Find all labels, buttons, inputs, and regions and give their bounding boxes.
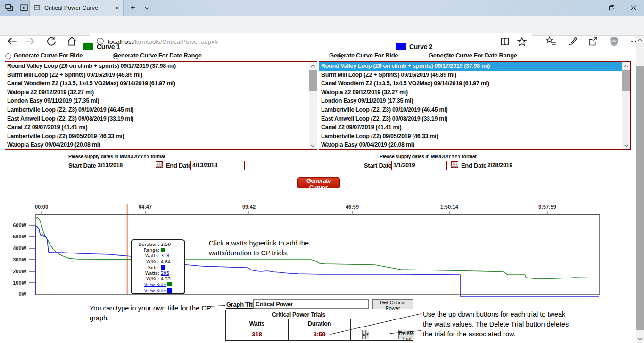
watts-up-button[interactable]: ▲ [362, 330, 365, 339]
annotation-graph-title: You can type in your own title for the C… [90, 303, 211, 323]
curve1-radio-ride-label[interactable]: Generate Curve For Ride [14, 52, 83, 59]
curve2-date-format-note: Please supply dates in MM/DD/YYYY format [380, 154, 476, 159]
ride-option[interactable]: Watopia Z2 09/12/2019 (32.27 mi) [319, 88, 622, 97]
svg-text:UO: UO [611, 39, 617, 42]
adblock-extension-icon[interactable]: UO [609, 36, 619, 47]
new-tab-button[interactable]: + [127, 2, 139, 13]
tab-title: Critical Power Curve [44, 5, 112, 11]
ride-option[interactable]: Burnt Mill Loop (Z2 + Sprints) 09/15/201… [319, 71, 622, 80]
ride-option[interactable]: Canal Z2 09/07/2019 (41.41 mi) [5, 123, 309, 132]
scroll-down-icon[interactable] [622, 141, 630, 149]
navigation-bar: localhost/komtools/CriticalPower.aspx# U… [0, 16, 644, 36]
curve2-line [36, 226, 599, 296]
home-icon[interactable] [66, 36, 77, 47]
back-icon[interactable] [7, 36, 17, 47]
critical-power-chart: 00:0004:4709:4246:591:50:143:57:59600W50… [0, 200, 644, 299]
ride-option[interactable]: Lambertville Loop (Z2) 09/05/2019 (46.33… [5, 132, 309, 141]
curve1-radio-ride[interactable] [5, 53, 11, 59]
tab-favicon [33, 4, 41, 11]
curve1-start-date-input[interactable] [96, 161, 151, 170]
y-axis-tick-label: 200W [13, 269, 26, 274]
x-axis-tick-label: 00:00 [35, 204, 48, 210]
y-axis-tick-label: 300W [13, 257, 26, 262]
active-tab[interactable]: Critical Power Curve × [29, 0, 124, 16]
scrollbar-thumb[interactable] [622, 70, 630, 91]
add-favorite-star-icon[interactable] [517, 36, 527, 47]
curve1-calendar-icon[interactable] [156, 161, 163, 168]
curve2-calendar-icon[interactable] [451, 161, 458, 168]
ride-option[interactable]: Round Valley Loop (Z6 on climb + sprints… [5, 62, 309, 71]
ride-option[interactable]: Canal Woodfern Z2 (1x3.5, 1x4.5 VO2Max) … [5, 79, 309, 88]
tooltip-range-label: Range: [133, 247, 159, 253]
curve1-ride-listbox[interactable]: Round Valley Loop (Z6 on climb + sprints… [5, 61, 317, 150]
curve1-end-date-label: End Date: [166, 162, 193, 169]
ride-option[interactable]: Canal Z2 09/07/2019 (41.41 mi) [319, 123, 622, 132]
close-window-button[interactable] [622, 0, 644, 16]
curve1-line [36, 217, 595, 279]
annotation-trial-buttons: Use the up down buttons for each trial t… [423, 310, 569, 339]
curve2-radio-ride-label[interactable]: Generate Curve For Ride [329, 52, 398, 59]
ride-option[interactable]: East Amwell Loop (Z2, Z3) 09/08/2019 (33… [319, 114, 622, 123]
ride-option[interactable]: London Easy 09/11/2019 (17.35 mi) [5, 97, 309, 106]
scroll-down-icon[interactable] [309, 141, 317, 149]
curve1-color-swatch [167, 282, 172, 286]
watts-318-link[interactable]: 318 [161, 253, 169, 259]
critical-power-trials-table: Critical Power Trials Watts Duration 318… [225, 310, 413, 341]
scroll-up-icon[interactable] [622, 62, 630, 70]
curve2-color-swatch [167, 288, 172, 293]
curve1-end-date-input[interactable] [190, 161, 245, 170]
scroll-up-icon[interactable] [636, 36, 644, 44]
view-ride-curve2-link[interactable]: View Ride [144, 288, 166, 294]
minimize-button[interactable] [578, 0, 600, 16]
ride-option[interactable]: Lambertville Loop (Z2, Z3) 09/10/2019 (4… [319, 106, 622, 114]
tab-preview-icon[interactable] [4, 3, 14, 13]
curve2-start-date-input[interactable] [391, 161, 447, 170]
scrollbar-thumb[interactable] [309, 70, 317, 91]
restore-button[interactable] [601, 0, 622, 16]
ride-option[interactable]: London Easy 09/11/2019 (17.35 mi) [319, 97, 622, 106]
ride-option[interactable]: Watopia Easy 09/04/2019 (20.08 mi) [5, 140, 309, 149]
curve2-end-date-label: End Date: [461, 162, 488, 169]
y-axis-tick-label: 100W [13, 280, 26, 286]
scroll-down-icon[interactable] [636, 335, 644, 343]
refresh-icon[interactable] [46, 36, 57, 47]
scroll-up-icon[interactable] [309, 62, 317, 70]
ride-option[interactable]: Burnt Mill Loop (Z2 + Sprints) 09/15/201… [5, 71, 309, 80]
curve2-color-swatch [161, 265, 165, 270]
ride-option[interactable]: Watopia Easy 09/04/2019 (20.08 mi) [319, 140, 622, 149]
curve2-ride-listbox[interactable]: Round Valley Loop (Z6 on climb + sprints… [319, 61, 631, 150]
get-critical-power-button[interactable]: Get Critical Power [372, 299, 413, 309]
y-axis-tick-label: 500W [13, 234, 26, 239]
ride-option[interactable]: Watopia Z2 09/12/2019 (32.27 mi) [5, 88, 309, 97]
curve1-listbox-scrollbar[interactable] [309, 62, 317, 149]
curve1-color-swatch [161, 248, 165, 252]
favorites-hub-icon[interactable] [546, 36, 557, 47]
ride-option[interactable]: East Amwell Loop (Z2, Z3) 09/08/2019 (33… [5, 114, 309, 123]
curve2-listbox-scrollbar[interactable] [622, 62, 630, 149]
ride-option[interactable]: Canal Woodfern Z2 (1x3.5, 1x4.5 VO2Max) … [319, 79, 622, 88]
curve2-radio-daterange-label[interactable]: Generate Curve For Date Range [429, 52, 517, 59]
ride-option[interactable]: Lambertville Loop (Z2) 09/05/2019 (46.33… [319, 132, 622, 141]
graph-title-input[interactable] [253, 299, 369, 309]
curve2-end-date-input[interactable] [486, 161, 539, 170]
ride-option[interactable]: Lambertville Loop (Z2, Z3) 09/10/2019 (4… [5, 106, 309, 114]
tooltip-watts-label: Watts: [133, 253, 159, 259]
annotation-connector-line [186, 253, 208, 253]
curve1-start-date-label: Start Date: [68, 162, 98, 169]
reading-view-icon[interactable] [500, 36, 510, 47]
address-bar[interactable]: localhost/komtools/CriticalPower.aspx# [90, 33, 532, 49]
set-tabs-aside-icon[interactable] [19, 3, 29, 13]
ride-option[interactable]: Round Valley Loop (Z6 on climb + sprints… [319, 62, 622, 71]
curve1-radio-daterange-label[interactable]: Generate Curve For Date Range [113, 52, 202, 59]
tab-list-chevron-icon[interactable] [142, 3, 152, 13]
watts-down-button[interactable]: ▼ [366, 330, 369, 339]
view-ride-curve1-link[interactable]: View Ride [144, 282, 166, 287]
forward-icon[interactable] [25, 36, 35, 47]
curve1-header: Curve 1 [97, 43, 120, 50]
share-icon[interactable] [587, 36, 598, 47]
tab-close-icon[interactable]: × [116, 4, 119, 12]
duration-column-header: Duration [288, 319, 351, 328]
watts-295-link[interactable]: 295 [161, 270, 169, 276]
annotate-pen-icon[interactable] [567, 36, 578, 47]
generate-curves-button[interactable]: Generate Curves [297, 177, 340, 188]
